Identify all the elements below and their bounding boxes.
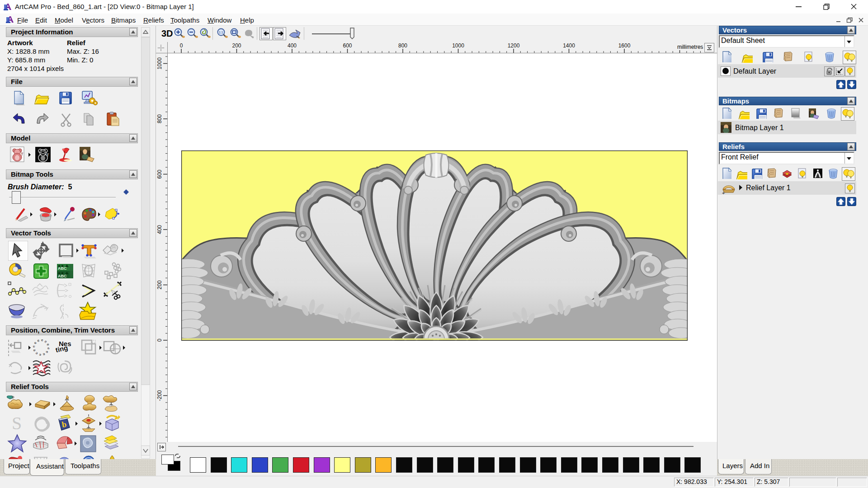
svg-text:1600: 1600 [618,42,631,49]
svg-text:e: e [34,351,38,356]
svg-text:200: 200 [156,280,163,289]
svg-text:+: + [722,190,725,195]
svg-text:e: e [42,352,46,357]
svg-text:1200: 1200 [508,42,520,49]
svg-text:e: e [33,341,38,345]
svg-text:0: 0 [156,338,163,342]
svg-text:400: 400 [288,42,297,49]
svg-text:1:1: 1:1 [219,31,223,34]
svg-text:T: T [47,153,49,157]
svg-text:e: e [44,339,48,344]
svg-text:200: 200 [232,42,241,49]
svg-text:e: e [37,338,41,343]
svg-text:e: e [47,347,51,350]
svg-text:ting: ting [55,344,69,354]
svg-text:800: 800 [398,42,407,49]
svg-text:400: 400 [156,225,163,234]
svg-text:1000: 1000 [452,42,464,49]
svg-text:-200: -200 [156,390,163,401]
svg-text:S: S [12,414,22,433]
svg-text:e: e [39,353,41,357]
svg-text:ABC: ABC [58,274,67,278]
svg-text:1400: 1400 [563,42,575,49]
svg-text:ABC: ABC [58,266,67,271]
svg-text:600: 600 [156,169,163,178]
svg-text:800: 800 [156,114,163,123]
svg-text:e: e [32,348,36,352]
svg-text:e: e [32,345,36,347]
svg-text:0: 0 [180,42,183,49]
svg-text:e: e [45,350,49,354]
svg-text:T: T [21,152,24,156]
svg-text:1000: 1000 [156,57,163,70]
svg-text:600: 600 [343,42,352,49]
svg-text:e: e [41,338,43,342]
svg-text:e: e [46,343,50,347]
